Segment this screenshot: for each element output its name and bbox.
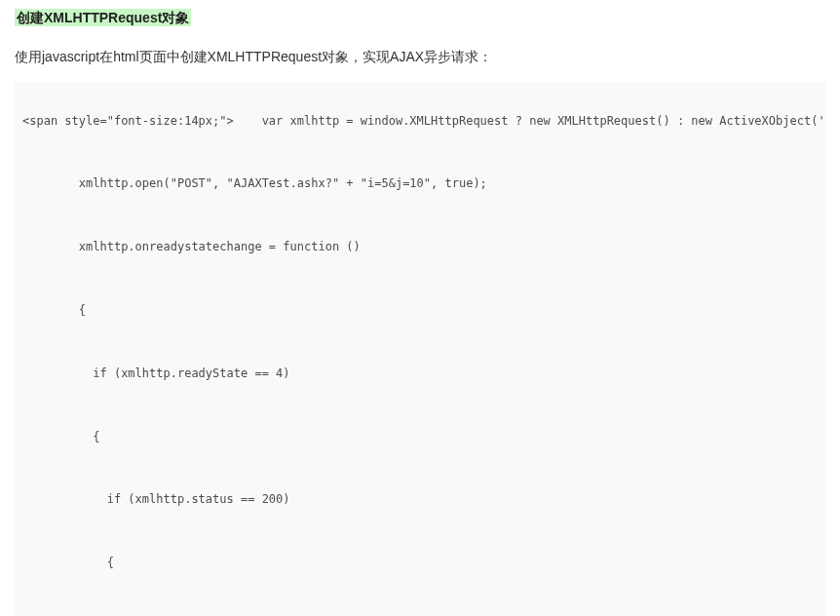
- section-description: 使用javascript在html页面中创建XMLHTTPRequest对象，实…: [15, 49, 825, 66]
- code-line: <span style="font-size:14px;"> var xmlht…: [22, 111, 825, 133]
- code-block: <span style="font-size:14px;"> var xmlht…: [15, 82, 825, 616]
- code-line: {: [22, 300, 825, 322]
- code-line: if (xmlhttp.status == 200): [22, 489, 825, 511]
- code-line: if (xmlhttp.readyState == 4): [22, 364, 825, 385]
- code-line: xmlhttp.open("POST", "AJAXTest.ashx?" + …: [22, 173, 825, 195]
- code-line: {: [22, 427, 825, 448]
- code-line: {: [22, 553, 825, 574]
- code-line: xmlhttp.onreadystatechange = function (): [22, 237, 825, 258]
- section-heading: 创建XMLHTTPRequest对象: [15, 9, 191, 26]
